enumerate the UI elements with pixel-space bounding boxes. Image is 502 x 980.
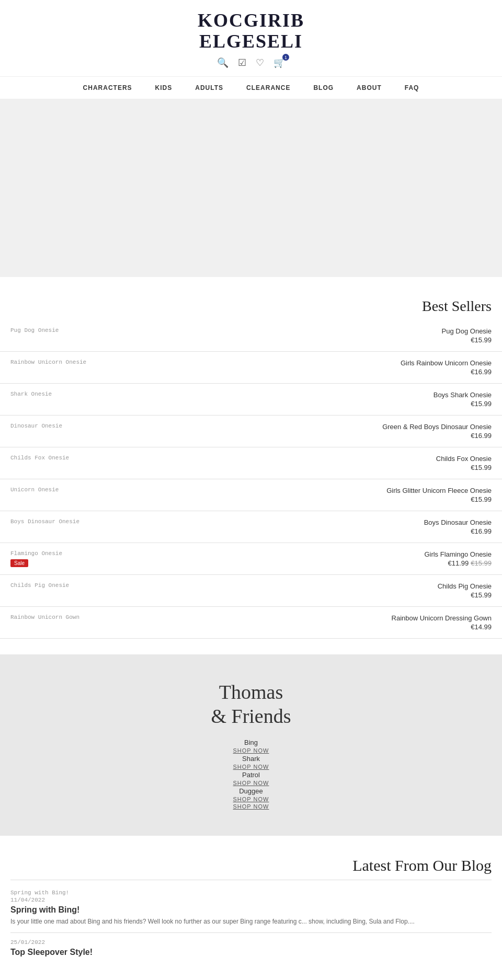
product-row[interactable]: Rainbow Unicorn OnesieGirls Rainbow Unic… <box>0 352 502 384</box>
characters-title: Thomas & Friends <box>10 681 492 728</box>
product-name: Girls Flamingo Onesie <box>251 550 492 558</box>
search-icon[interactable]: 🔍 <box>217 57 229 68</box>
nav-item-about[interactable]: ABOUT <box>345 77 393 99</box>
nav-item-adults[interactable]: ADULTS <box>184 77 235 99</box>
blog-thumb-label: Spring with Bing! <box>10 886 492 897</box>
site-logo: KOCGIRIB ELGESELI <box>0 10 502 52</box>
product-thumb-label: Rainbow Unicorn Gown <box>10 611 251 621</box>
hero-banner <box>0 99 502 277</box>
product-row[interactable]: Flamingo OnesieSaleGirls Flamingo Onesie… <box>0 543 502 575</box>
product-thumb-label: Pug Dog Onesie <box>10 324 251 335</box>
product-price: €16.99 <box>251 527 492 535</box>
product-row[interactable]: Boys Dinosaur OnesieBoys Dinosaur Onesie… <box>0 511 502 543</box>
product-row[interactable]: Unicorn OnesieGirls Glitter Unicorn Flee… <box>0 479 502 511</box>
header-icons: 🔍 ☑ ♡ 🛒 1 <box>0 52 502 71</box>
nav-item-kids[interactable]: KIDS <box>144 77 184 99</box>
blog-date: 25/01/2022 <box>10 939 492 946</box>
character-name-patrol: Patrol <box>242 771 260 779</box>
main-nav: CHARACTERSKIDSADULTSCLEARANCEBLOGABOUTFA… <box>0 76 502 99</box>
wishlist-icon[interactable]: ♡ <box>256 57 264 68</box>
product-thumb-label: Dinosaur Onesie <box>10 420 251 430</box>
product-thumb-label: Shark Onesie <box>10 388 251 398</box>
blog-section-title: Latest From Our Blog <box>10 857 492 874</box>
product-name: Boys Dinosaur Onesie <box>251 518 492 526</box>
shop-now-button[interactable]: Shop Now <box>233 780 269 786</box>
product-thumb-label: Childs Pig Onesie <box>10 579 251 590</box>
product-name: Green & Red Boys Dinosaur Onesie <box>251 423 492 431</box>
shop-now-button[interactable]: Shop Now <box>233 747 269 754</box>
shop-now-button[interactable]: Shop Now <box>233 796 269 802</box>
blog-row[interactable]: 25/01/2022Top Sleepover Style! <box>10 932 492 965</box>
product-row[interactable]: Shark OnesieBoys Shark Onesie€15.99 <box>0 384 502 416</box>
sale-badge: Sale <box>10 559 28 567</box>
product-price: €14.99 <box>251 623 492 631</box>
product-price: €15.99 <box>251 464 492 471</box>
product-price: €11.99€15.99 <box>251 559 492 567</box>
product-thumb-label: Flamingo Onesie <box>10 547 251 558</box>
product-name: Girls Glitter Unicorn Fleece Onesie <box>251 487 492 494</box>
nav-item-blog[interactable]: BLOG <box>302 77 345 99</box>
nav-item-faq[interactable]: FAQ <box>393 77 431 99</box>
character-name-shark: Shark <box>242 755 260 763</box>
blog-post-title[interactable]: Top Sleepover Style! <box>10 948 492 957</box>
character-name-bing: Bing <box>244 739 258 746</box>
blog-date: 11/04/2022 <box>10 897 492 903</box>
blog-section: Latest From Our Blog Spring with Bing!11… <box>0 836 502 980</box>
shop-now-button[interactable]: Shop Now <box>233 764 269 770</box>
product-price: €15.99 <box>251 336 492 344</box>
product-price: €15.99 <box>251 400 492 408</box>
nav-item-clearance[interactable]: CLEARANCE <box>235 77 302 99</box>
product-price: €15.99 <box>251 495 492 503</box>
product-row[interactable]: Childs Pig OnesieChilds Pig Onesie€15.99 <box>0 575 502 607</box>
best-sellers-section: Best Sellers Pug Dog OnesiePug Dog Onesi… <box>0 277 502 654</box>
product-thumb-label: Unicorn Onesie <box>10 483 251 494</box>
product-thumb-label: Rainbow Unicorn Onesie <box>10 356 251 366</box>
product-price: €16.99 <box>251 432 492 440</box>
product-price: €16.99 <box>251 368 492 376</box>
shop-now-button[interactable]: Shop Now <box>233 803 269 810</box>
product-thumb-label: Childs Fox Onesie <box>10 452 251 462</box>
product-name: Boys Shark Onesie <box>251 391 492 399</box>
product-row[interactable]: Dinosaur OnesieGreen & Red Boys Dinosaur… <box>0 416 502 447</box>
product-thumb-label: Boys Dinosaur Onesie <box>10 515 251 526</box>
product-row[interactable]: Pug Dog OnesiePug Dog Onesie€15.99 <box>0 320 502 352</box>
user-icon[interactable]: ☑ <box>238 57 246 68</box>
blog-excerpt: Is your little one mad about Bing and hi… <box>10 917 492 926</box>
site-header: KOCGIRIB ELGESELI 🔍 ☑ ♡ 🛒 1 <box>0 0 502 76</box>
best-sellers-title: Best Sellers <box>0 298 502 315</box>
product-row[interactable]: Rainbow Unicorn GownRainbow Unicorn Dres… <box>0 607 502 639</box>
product-name: Childs Fox Onesie <box>251 455 492 463</box>
nav-item-characters[interactable]: CHARACTERS <box>72 77 144 99</box>
cart-badge: 1 <box>282 54 289 61</box>
character-name-duggee: Duggee <box>239 787 263 795</box>
cart-icon[interactable]: 🛒 1 <box>273 57 285 68</box>
product-name: Pug Dog Onesie <box>251 327 492 335</box>
blog-post-title[interactable]: Spring with Bing! <box>10 905 492 915</box>
product-original-price: €15.99 <box>471 559 492 567</box>
product-name: Girls Rainbow Unicorn Onesie <box>251 359 492 367</box>
product-price: €15.99 <box>251 591 492 599</box>
product-row[interactable]: Childs Fox OnesieChilds Fox Onesie€15.99 <box>0 447 502 479</box>
product-name: Childs Pig Onesie <box>251 582 492 590</box>
characters-section: Thomas & Friends BingShop NowSharkShop N… <box>0 654 502 836</box>
product-name: Rainbow Unicorn Dressing Gown <box>251 614 492 622</box>
blog-row[interactable]: Spring with Bing!11/04/2022Spring with B… <box>10 880 492 932</box>
